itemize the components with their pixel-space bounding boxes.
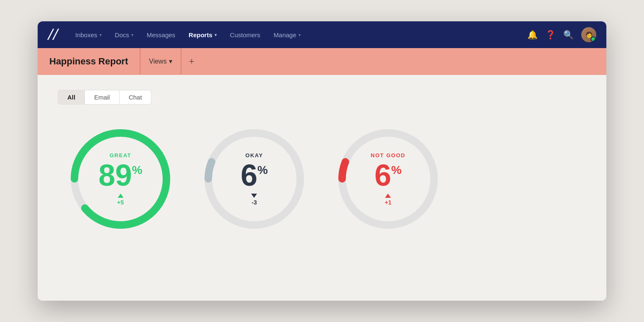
gauge-okay-delta: -3 <box>251 194 257 206</box>
gauge-great-number: 89 <box>99 160 132 190</box>
arrow-up-icon <box>385 194 391 198</box>
tab-email[interactable]: Email <box>84 90 119 105</box>
user-avatar[interactable]: 🧑 <box>581 27 596 42</box>
filter-tabs: All Email Chat <box>58 90 586 105</box>
gauge-not-good-inner: NOT GOOD 6 % +1 <box>371 152 406 206</box>
search-icon[interactable]: 🔍 <box>563 30 574 40</box>
nav-docs-label: Docs <box>115 31 129 38</box>
gauge-great-inner: GREAT 89 % +5 <box>99 152 143 206</box>
tab-all[interactable]: All <box>58 90 84 105</box>
nav-reports-label: Reports <box>189 31 212 38</box>
gauge-not-good-delta-value: +1 <box>385 199 391 206</box>
gauge-not-good-delta: +1 <box>385 194 391 206</box>
nav-icons: 🔔 ❓ 🔍 🧑 <box>527 27 596 42</box>
nav-docs[interactable]: Docs ▾ <box>109 28 139 42</box>
gauge-okay-inner: OKAY 6 % -3 <box>241 152 268 206</box>
gauge-great: GREAT 89 % +5 <box>66 125 175 233</box>
gauge-okay-wrapper: OKAY 6 % -3 <box>200 125 309 233</box>
gauge-great-delta: +5 <box>117 194 124 206</box>
gauge-not-good-percent: % <box>391 164 402 176</box>
chevron-down-icon: ▾ <box>299 33 301 37</box>
nav-manage[interactable]: Manage ▾ <box>268 28 306 42</box>
gauge-okay-delta-value: -3 <box>252 199 257 206</box>
gauge-great-delta-value: +5 <box>117 199 124 206</box>
main-content: All Email Chat GREAT 89 <box>38 75 606 301</box>
app-window: ╱╱ Inboxes ▾ Docs ▾ Messages Reports ▾ C… <box>38 21 606 301</box>
gauge-not-good-value-row: 6 % <box>375 160 402 190</box>
gauge-great-label: GREAT <box>110 152 131 158</box>
gauge-not-good-number: 6 <box>375 160 391 190</box>
tab-chat[interactable]: Chat <box>119 90 152 105</box>
nav-customers[interactable]: Customers <box>224 28 266 42</box>
arrow-down-icon <box>251 194 257 198</box>
gauge-okay: OKAY 6 % -3 <box>200 125 309 233</box>
subheader: Happiness Report Views ▾ + <box>38 48 606 75</box>
gauge-great-percent: % <box>132 164 143 176</box>
arrow-up-icon <box>118 194 123 198</box>
chevron-down-icon: ▾ <box>100 33 102 37</box>
gauge-great-wrapper: GREAT 89 % +5 <box>66 125 175 233</box>
chevron-down-icon: ▾ <box>131 33 133 37</box>
notifications-icon[interactable]: 🔔 <box>527 30 538 40</box>
chevron-down-icon: ▾ <box>169 57 172 65</box>
page-title: Happiness Report <box>38 48 141 74</box>
logo-icon: ╱╱ <box>48 29 58 40</box>
gauge-not-good-label: NOT GOOD <box>371 152 406 158</box>
nav-messages[interactable]: Messages <box>141 28 181 42</box>
nav-inboxes-label: Inboxes <box>75 31 97 38</box>
gauge-okay-percent: % <box>258 164 268 176</box>
gauge-okay-label: OKAY <box>245 152 263 158</box>
views-dropdown[interactable]: Views ▾ <box>141 48 181 74</box>
add-view-button[interactable]: + <box>181 48 202 74</box>
nav-manage-label: Manage <box>273 31 296 38</box>
navbar: ╱╱ Inboxes ▾ Docs ▾ Messages Reports ▾ C… <box>38 21 606 48</box>
gauge-not-good-wrapper: NOT GOOD 6 % +1 <box>334 125 442 233</box>
gauge-okay-number: 6 <box>241 160 258 190</box>
gauge-not-good: NOT GOOD 6 % +1 <box>334 125 442 233</box>
nav-customers-label: Customers <box>230 31 261 38</box>
avatar-image: 🧑 <box>581 27 596 42</box>
views-label: Views <box>149 58 166 65</box>
nav-messages-label: Messages <box>147 31 175 38</box>
gauge-great-value-row: 89 % <box>99 160 143 190</box>
nav-reports[interactable]: Reports ▾ <box>183 28 222 42</box>
help-icon[interactable]: ❓ <box>545 30 556 40</box>
chevron-down-icon: ▾ <box>215 33 217 37</box>
gauges-row: GREAT 89 % +5 <box>58 125 586 233</box>
gauge-okay-value-row: 6 % <box>241 160 268 190</box>
nav-inboxes[interactable]: Inboxes ▾ <box>69 28 107 42</box>
